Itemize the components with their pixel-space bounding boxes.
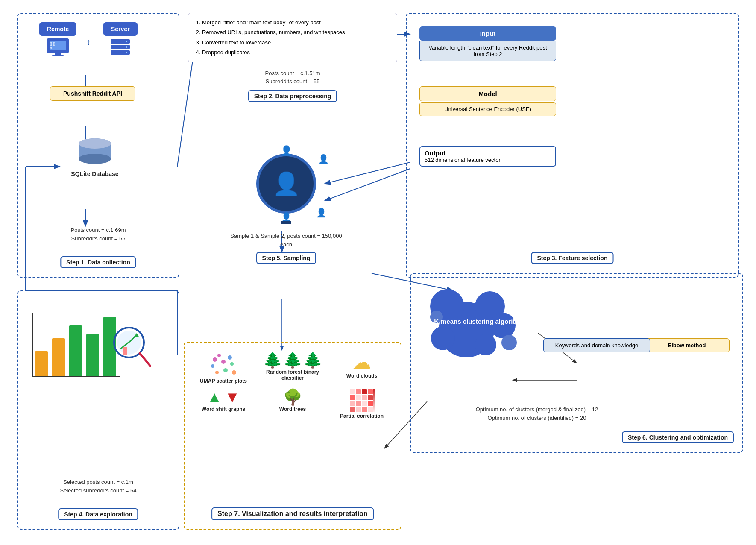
- svg-rect-71: [350, 395, 355, 400]
- svg-rect-67: [350, 389, 355, 394]
- chart-area: [26, 300, 163, 385]
- word-clouds-label: Word clouds: [329, 373, 394, 379]
- step2-list-item-2: Removed URLs, punctuations, numbers, and…: [202, 27, 391, 37]
- step1-counts: Posts count = c.1.69m Subreddits count =…: [18, 226, 179, 243]
- server-label: Server: [111, 26, 130, 32]
- random-forest-item: 🌲🌲🌲 Random forest binary classifier: [260, 351, 325, 384]
- step4-label: Step 4. Data exploration: [58, 508, 138, 520]
- svg-point-36: [79, 154, 111, 164]
- step3-model-desc: Universal Sentence Encoder (USE): [419, 102, 556, 116]
- step2-label: Step 2. Data preprocessing: [188, 90, 397, 102]
- svg-point-61: [211, 364, 214, 368]
- bar-chart-icon: [26, 300, 163, 385]
- svg-rect-41: [86, 334, 99, 377]
- svg-rect-70: [368, 389, 373, 394]
- step5-desc-text: Sample 1 & Sample 2, posts count = 150,0…: [230, 233, 342, 248]
- server-box: Server: [103, 22, 138, 36]
- svg-point-63: [230, 362, 234, 366]
- svg-rect-49: [123, 347, 127, 355]
- svg-rect-21: [55, 53, 61, 55]
- step3-output: Output 512 dimensional feature vector: [419, 146, 556, 167]
- svg-point-33: [126, 52, 127, 53]
- api-box: Pushshift Reddit API: [50, 86, 135, 101]
- person-bottomright: 👤: [316, 208, 327, 218]
- partial-corr-icon: [349, 388, 375, 412]
- bidirectional-arrow: ↕: [86, 37, 91, 47]
- svg-rect-74: [368, 395, 373, 400]
- svg-line-47: [140, 353, 150, 366]
- word-trees-item: 🌳 Word trees: [260, 388, 325, 419]
- step3-output-desc: 512 dimensional feature vector: [425, 157, 551, 163]
- svg-point-58: [213, 357, 217, 362]
- step2-counts: Posts count = c.1.51m Subreddits count =…: [188, 69, 397, 86]
- svg-point-60: [221, 360, 226, 364]
- step6-label: Step 6. Clustering and optimization: [622, 431, 734, 443]
- step3-box: Input Variable length “clean text” for e…: [406, 13, 739, 278]
- word-shift-item: ▲ ▼ Word shift graphs: [191, 388, 256, 419]
- svg-point-57: [501, 335, 517, 350]
- svg-point-59: [217, 354, 221, 357]
- remote-box: Remote: [39, 22, 76, 36]
- svg-rect-69: [362, 389, 367, 394]
- umap-item: UMAP scatter plots: [191, 351, 256, 384]
- svg-point-31: [126, 41, 127, 42]
- step3-input: Input Variable length “clean text” for e…: [419, 26, 556, 61]
- step1-subreddits-count: Subreddits count = 55: [71, 235, 126, 242]
- center-person-icon: 👤: [273, 173, 300, 195]
- step2-subreddits-count: Subreddits count = 55: [266, 78, 320, 85]
- step3-model: Model Universal Sentence Encoder (USE): [419, 86, 556, 116]
- step6-merged: Optimum no. of clusters (merged & finali…: [476, 406, 598, 413]
- random-forest-icon: 🌲🌲🌲: [260, 351, 325, 369]
- step2-posts-count: Posts count = c.1.51m: [265, 70, 320, 76]
- svg-rect-40: [69, 325, 82, 377]
- lightbulb-base: [281, 221, 291, 224]
- step2-list: Merged "title" and "main text body" of e…: [194, 18, 391, 58]
- svg-point-25: [50, 44, 52, 46]
- svg-point-32: [126, 46, 127, 48]
- central-figure-section: 👤 👤 👤 👤 👤 Sample 1 & Sample 2, posts cou…: [226, 141, 346, 264]
- svg-point-64: [223, 368, 228, 372]
- keywords-box: Keywords and domain knowledge: [543, 338, 650, 352]
- svg-point-66: [232, 370, 236, 375]
- monitor-icon: [46, 38, 70, 57]
- server-icon: [108, 38, 132, 57]
- elbow-label: Elbow method: [644, 338, 730, 352]
- svg-rect-79: [350, 407, 355, 412]
- svg-rect-80: [356, 407, 361, 412]
- step3-label: Step 3. Feature selection: [531, 252, 614, 264]
- optimum-text: Optimum no. of clusters (merged & finali…: [419, 405, 654, 422]
- step2-section: Merged "title" and "main text body" of e…: [188, 13, 397, 102]
- svg-rect-83: [373, 389, 375, 412]
- step2-list-item-4: Dropped duplicates: [202, 47, 391, 57]
- svg-point-65: [215, 371, 219, 374]
- svg-rect-73: [362, 395, 367, 400]
- svg-rect-38: [35, 351, 48, 377]
- svg-rect-75: [350, 401, 355, 406]
- step6-box: K-means clustering algorithm Elbow metho…: [410, 273, 743, 453]
- svg-point-27: [50, 47, 52, 49]
- api-label: Pushshift Reddit API: [63, 90, 122, 97]
- database-section: SQLite Database: [61, 138, 129, 177]
- remote-label: Remote: [47, 26, 69, 32]
- step3-model-title: Model: [419, 86, 556, 101]
- svg-rect-81: [362, 407, 367, 412]
- step4-selected-subreddits: Selected subreddits count = 54: [60, 487, 137, 494]
- svg-point-37: [79, 138, 111, 149]
- central-figure: 👤 👤 👤 👤 👤: [239, 141, 333, 226]
- word-shift-icon: ▲ ▼: [191, 388, 256, 406]
- svg-rect-82: [368, 407, 373, 412]
- svg-rect-72: [356, 395, 361, 400]
- step4-selected-posts: Selected posts count = c.1m: [63, 479, 133, 485]
- svg-point-23: [50, 42, 52, 44]
- step3-input-title: Input: [419, 26, 556, 41]
- svg-point-54: [431, 326, 455, 350]
- step3-output-title: Output: [425, 149, 551, 157]
- lightbulb-circle: 👤: [256, 154, 316, 214]
- person-topright: 👤: [318, 154, 329, 164]
- word-clouds-item: ☁ Word clouds: [329, 351, 394, 384]
- word-trees-icon: 🌳: [260, 388, 325, 406]
- step7-icons-grid: UMAP scatter plots 🌲🌲🌲 Random forest bin…: [185, 343, 401, 423]
- step2-list-item-3: Converted text to lowercase: [202, 38, 391, 47]
- person-top: 👤: [281, 145, 292, 156]
- kmeans-label: K-means clustering algorithm: [419, 317, 539, 326]
